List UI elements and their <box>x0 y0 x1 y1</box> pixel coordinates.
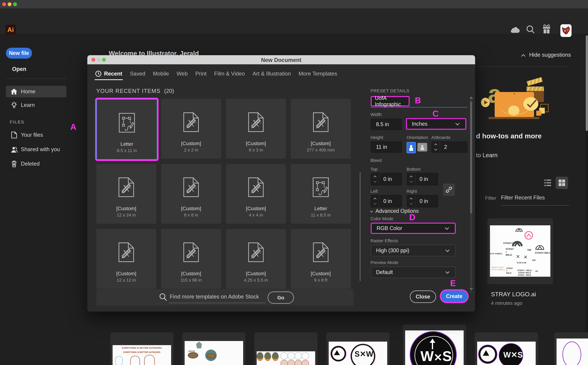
tab-saved[interactable]: Saved <box>130 71 145 77</box>
create-button[interactable]: Create <box>441 291 467 302</box>
sidebar-item-learn[interactable]: Learn <box>6 99 67 111</box>
bleed-value[interactable]: 0 in <box>419 176 428 182</box>
template-card[interactable]: [Custom]2 x 2 in <box>161 99 221 159</box>
filter-label: Filter <box>485 195 496 201</box>
chevron-up-icon[interactable] <box>434 143 437 147</box>
stepper-arrows[interactable] <box>371 195 379 207</box>
window-scrollbar-thumb[interactable] <box>586 35 588 131</box>
tab-recent[interactable]: Recent <box>95 71 122 77</box>
chevron-up-icon[interactable] <box>522 55 525 58</box>
tab-film-video[interactable]: Film & Video <box>214 71 245 77</box>
file-card[interactable]: EVERYTHING IS BETTER OUTDOORSEVERYTHING … <box>110 332 174 365</box>
template-card[interactable]: [Custom]8 x 8 in <box>161 164 221 224</box>
template-card[interactable]: [Custom]277 x 400 mm <box>291 99 351 159</box>
minimize-window-button[interactable] <box>8 2 12 6</box>
bleed-value[interactable]: 0 in <box>383 198 392 204</box>
chevron-down-icon[interactable] <box>434 148 437 151</box>
stock-search-input[interactable]: Find more templates on Adobe Stock <box>170 294 259 300</box>
user-avatar[interactable] <box>560 24 572 37</box>
orientation-landscape-button[interactable] <box>418 143 427 151</box>
recent-file-name[interactable]: STRAY LOGO.ai <box>491 291 536 298</box>
template-card[interactable]: [Custom]4 x 4 in <box>226 164 286 224</box>
filter-recent-files-input[interactable]: Filter Recent Files <box>501 195 545 201</box>
close-button[interactable]: Close <box>410 291 436 303</box>
file-card[interactable]: HORTON <box>182 332 245 365</box>
tab-mobile[interactable]: Mobile <box>153 71 169 77</box>
recent-file-card[interactable]: STRAY×WILD STRAY×WILD STRAY×WILD STAY HU… <box>487 218 553 284</box>
file-card[interactable] <box>554 332 588 365</box>
height-input[interactable]: 11 in <box>371 141 402 153</box>
gift-icon[interactable] <box>542 24 551 34</box>
close-window-button[interactable] <box>2 2 6 6</box>
grid-view-button[interactable] <box>556 177 568 189</box>
custom-template-icon <box>182 242 200 263</box>
stepper-arrows[interactable] <box>407 195 415 207</box>
annotation-b: B <box>415 95 421 105</box>
go-button[interactable]: Go <box>268 292 294 304</box>
annotation-d: D <box>409 212 415 222</box>
chevron-down-icon[interactable] <box>410 180 413 183</box>
file-card[interactable]: W✕S <box>475 332 538 365</box>
chevron-up-icon[interactable] <box>410 198 413 201</box>
chevron-up-icon[interactable] <box>373 198 377 201</box>
cloud-icon[interactable] <box>510 26 520 33</box>
square-orange <box>536 111 541 116</box>
bleed-bottom-stepper[interactable]: 0 in <box>407 173 438 185</box>
template-card[interactable]: Letter11 x 8.5 in <box>291 164 351 224</box>
template-name: [Custom] <box>226 206 286 211</box>
template-name: Letter <box>97 141 157 147</box>
new-file-button[interactable]: New file <box>6 48 32 59</box>
chevron-down-icon[interactable] <box>373 180 377 183</box>
chevron-up-icon[interactable] <box>373 175 377 179</box>
panel-scrollbar-thumb[interactable] <box>470 102 472 213</box>
template-card[interactable]: [Custom]4.25 x 5.5 in <box>226 229 286 289</box>
stepper-arrows[interactable] <box>371 173 379 185</box>
bleed-value[interactable]: 0 in <box>383 176 392 182</box>
bleed-right-stepper[interactable]: 0 in <box>407 195 438 207</box>
bleed-left-label: Left <box>371 189 378 194</box>
zoom-window-button[interactable] <box>13 2 17 6</box>
search-icon[interactable] <box>526 25 535 34</box>
grid-scrollbar-thumb[interactable] <box>359 172 361 281</box>
document-name-field[interactable]: UofA Infographic <box>371 96 410 106</box>
stepper-arrows[interactable] <box>407 173 415 185</box>
template-card[interactable]: [Custom]6 x 3 in <box>226 99 286 159</box>
sidebar-item-deleted[interactable]: Deleted <box>6 158 67 169</box>
sidebar-item-home[interactable]: Home <box>6 86 67 97</box>
units-dropdown[interactable]: Inches <box>406 118 466 130</box>
tab-more-templates[interactable]: More Templates <box>298 71 337 77</box>
chevron-up-icon[interactable] <box>410 175 413 179</box>
tab-art-illustration[interactable]: Art & Illustration <box>253 71 291 77</box>
template-card-selected[interactable]: Letter8.5 x 11 in <box>96 99 157 160</box>
tab-print[interactable]: Print <box>195 71 207 77</box>
recent-file-time: 4 minutes ago <box>491 300 522 306</box>
file-card[interactable]: W✕S <box>403 324 466 365</box>
template-card[interactable]: [Custom]12 x 12 in <box>96 229 156 289</box>
template-card[interactable]: [Custom]115 x 96 in <box>161 229 221 289</box>
sidebar-item-your-files[interactable]: Your files <box>6 129 67 141</box>
hide-suggestions-button[interactable]: Hide suggestions <box>529 52 571 58</box>
open-button[interactable]: Open <box>12 66 26 72</box>
go-to-learn-link[interactable]: to Learn <box>476 152 498 159</box>
artboards-label: Artboards <box>431 135 450 140</box>
chevron-down-icon[interactable] <box>373 202 377 205</box>
artboards-stepper-arrows[interactable] <box>432 142 440 152</box>
link-bleed-values-button[interactable] <box>443 183 455 196</box>
tab-web[interactable]: Web <box>176 71 188 77</box>
raster-effects-dropdown[interactable]: High (300 ppi) <box>371 245 456 256</box>
sidebar-item-shared-with-you[interactable]: Shared with you <box>6 144 67 155</box>
bleed-value[interactable]: 0 in <box>419 198 428 204</box>
template-card[interactable]: [Custom]12 x 24 in <box>96 164 156 224</box>
list-view-button[interactable] <box>543 177 553 188</box>
bleed-top-stepper[interactable]: 0 in <box>371 173 402 185</box>
artboards-stepper[interactable]: 2 <box>432 141 467 153</box>
template-card[interactable]: [Custom]9 x 8 ft <box>291 229 351 289</box>
width-input[interactable]: 8.5 in <box>371 119 402 130</box>
orientation-portrait-button[interactable] <box>407 142 416 153</box>
chevron-down-icon[interactable] <box>410 202 413 205</box>
color-mode-dropdown[interactable]: RGB Color <box>371 223 456 234</box>
bleed-left-stepper[interactable]: 0 in <box>371 195 402 207</box>
file-card[interactable]: S✕W <box>326 332 390 365</box>
preview-mode-dropdown[interactable]: Default <box>371 267 456 278</box>
file-card[interactable] <box>254 332 318 365</box>
